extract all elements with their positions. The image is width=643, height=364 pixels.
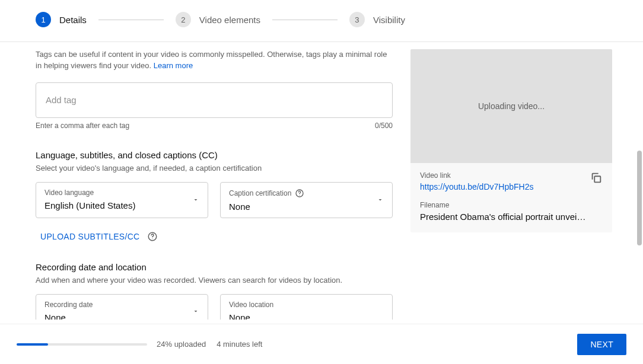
recording-section-title: Recording date and location [36, 262, 393, 272]
upload-stepper: 1 Details 2 Video elements 3 Visibility [0, 0, 643, 42]
upload-progress-track [17, 343, 147, 346]
chevron-down-icon [192, 196, 199, 203]
step-visibility[interactable]: 3 Visibility [349, 12, 405, 27]
video-language-label: Video language [44, 189, 199, 197]
preview-body: Video link https://youtu.be/dDv7HpbFH2s … [410, 163, 612, 232]
upload-subtitles-row: UPLOAD SUBTITLES/CC [36, 231, 393, 242]
tags-footer-hint: Enter a comma after each tag [36, 122, 129, 130]
step-2-label: Video elements [199, 15, 260, 25]
video-link[interactable]: https://youtu.be/dDv7HpbFH2s [420, 182, 533, 191]
step-3-circle: 3 [349, 12, 365, 27]
upload-footer: 24% uploaded 4 minutes left NEXT [0, 324, 643, 364]
recording-section-sub: Add when and where your video was record… [36, 276, 393, 285]
caption-cert-label-text: Caption certification [229, 189, 291, 197]
svg-point-3 [152, 238, 152, 239]
step-2-circle: 2 [176, 12, 191, 27]
recording-date-label: Recording date [44, 301, 199, 309]
video-thumbnail: Uploading video... [410, 49, 612, 163]
recording-select-row: Recording date None Video location None [36, 294, 393, 320]
tags-counter: 0/500 [375, 122, 393, 130]
language-section-sub: Select your video's language and, if nee… [36, 164, 393, 173]
chevron-down-icon [192, 308, 199, 315]
upload-content: Tags can be useful if content in your vi… [0, 42, 643, 320]
side-column: Uploading video... Video link https://yo… [410, 49, 612, 320]
learn-more-link[interactable]: Learn more [154, 61, 193, 70]
video-link-label: Video link [420, 171, 533, 180]
uploading-status-text: Uploading video... [478, 101, 545, 111]
video-location-value: None [229, 312, 384, 320]
svg-point-1 [300, 194, 300, 195]
caption-certification-select[interactable]: Caption certification None [220, 182, 393, 218]
language-select-row: Video language English (United States) C… [36, 182, 393, 218]
step-line [272, 20, 338, 20]
video-location-label: Video location [229, 301, 384, 309]
tags-helper-text: Tags can be useful if content in your vi… [36, 50, 387, 70]
filename-label: Filename [420, 201, 603, 209]
copy-icon[interactable] [590, 171, 603, 184]
help-icon[interactable] [295, 189, 304, 198]
filename-value: President Obama's official portrait unve… [420, 212, 603, 222]
caption-certification-value: None [229, 202, 384, 212]
step-line [98, 20, 164, 20]
video-location-select[interactable]: Video location None [220, 294, 393, 320]
recording-date-select[interactable]: Recording date None [36, 294, 208, 320]
tags-input-box[interactable] [36, 82, 393, 118]
upload-subtitles-button[interactable]: UPLOAD SUBTITLES/CC [40, 232, 140, 241]
video-preview-card: Uploading video... Video link https://yo… [410, 49, 612, 232]
upload-progress-fill [17, 343, 48, 346]
step-details[interactable]: 1 Details [36, 12, 87, 27]
language-section-title: Language, subtitles, and closed captions… [36, 150, 393, 160]
video-language-select[interactable]: Video language English (United States) [36, 182, 208, 218]
main-column: Tags can be useful if content in your vi… [36, 49, 393, 320]
help-icon[interactable] [147, 231, 158, 242]
step-video-elements[interactable]: 2 Video elements [176, 12, 260, 27]
upload-time-left: 4 minutes left [217, 340, 262, 349]
video-link-row: Video link https://youtu.be/dDv7HpbFH2s [420, 171, 603, 191]
step-1-label: Details [59, 15, 87, 25]
tags-input[interactable] [46, 95, 383, 105]
scrollbar-thumb[interactable] [637, 151, 642, 245]
svg-rect-4 [594, 176, 600, 182]
tags-footer: Enter a comma after each tag 0/500 [36, 122, 393, 130]
step-1-circle: 1 [36, 12, 51, 27]
next-button[interactable]: NEXT [577, 334, 626, 355]
step-3-label: Visibility [373, 15, 405, 25]
caption-certification-label: Caption certification [229, 189, 384, 198]
chevron-down-icon [377, 196, 384, 203]
upload-percent-text: 24% uploaded [157, 340, 206, 349]
recording-date-value: None [44, 312, 199, 320]
tags-helper: Tags can be useful if content in your vi… [36, 49, 393, 72]
video-language-value: English (United States) [44, 200, 199, 210]
